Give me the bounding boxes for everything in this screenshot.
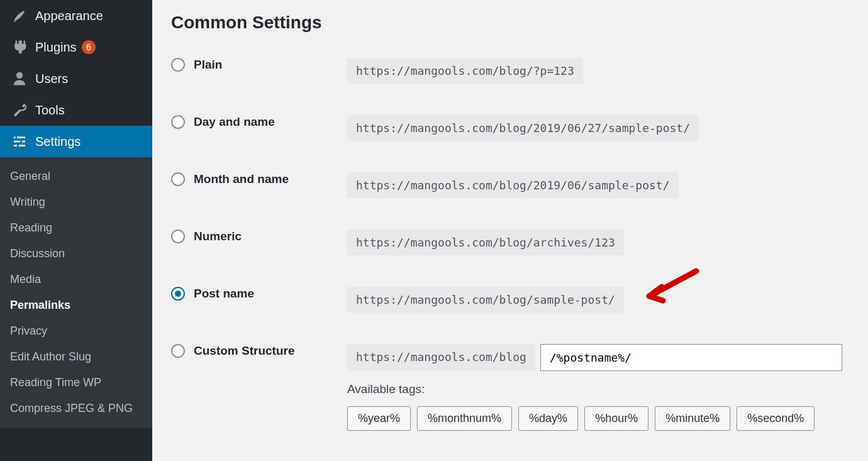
plugins-update-badge: 6 [82, 40, 96, 54]
brush-icon [10, 8, 29, 24]
option-label-custom[interactable]: Custom Structure [171, 344, 347, 358]
settings-submenu: General Writing Reading Discussion Media… [0, 157, 152, 428]
tag-minute[interactable]: %minute% [655, 406, 730, 431]
menu-settings[interactable]: Settings [0, 126, 152, 157]
sub-discussion[interactable]: Discussion [0, 241, 152, 267]
option-row-dayname: Day and name https://mangools.com/blog/2… [171, 115, 849, 141]
radio-plain[interactable] [171, 58, 185, 72]
sub-reading[interactable]: Reading [0, 215, 152, 241]
radio-monthname[interactable] [171, 172, 185, 186]
option-row-custom: Custom Structure https://mangools.com/bl… [171, 344, 849, 431]
url-preview-postname: https://mangools.com/blog/sample-post/ [347, 287, 624, 313]
url-preview-numeric: https://mangools.com/blog/archives/123 [347, 230, 624, 255]
option-row-postname: Post name https://mangools.com/blog/samp… [171, 287, 849, 313]
url-preview-monthname: https://mangools.com/blog/2019/06/sample… [347, 172, 679, 198]
radio-numeric[interactable] [171, 230, 185, 243]
available-tags-label: Available tags: [347, 382, 842, 396]
tag-year[interactable]: %year% [347, 406, 411, 431]
option-text-monthname: Month and name [194, 172, 289, 186]
option-text-custom: Custom Structure [194, 344, 294, 358]
url-preview-dayname: https://mangools.com/blog/2019/06/27/sam… [347, 115, 699, 141]
option-text-plain: Plain [194, 58, 222, 72]
option-row-plain: Plain https://mangools.com/blog/?p=123 [171, 58, 849, 84]
sub-edit-author-slug[interactable]: Edit Author Slug [0, 344, 152, 370]
main-content: Common Settings Plain https://mangools.c… [152, 0, 868, 461]
sub-media[interactable]: Media [0, 267, 152, 292]
user-icon [10, 70, 29, 87]
radio-postname[interactable] [171, 287, 185, 301]
menu-label: Plugins [35, 40, 77, 55]
option-label-monthname[interactable]: Month and name [171, 172, 347, 186]
annotation-arrow-icon [637, 268, 699, 306]
menu-tools[interactable]: Tools [0, 94, 152, 126]
url-preview-plain: https://mangools.com/blog/?p=123 [347, 58, 583, 84]
tag-buttons-row: %year% %monthnum% %day% %hour% %minute% … [347, 406, 842, 431]
menu-plugins[interactable]: Plugins 6 [0, 31, 152, 63]
option-text-dayname: Day and name [194, 115, 275, 129]
option-label-dayname[interactable]: Day and name [171, 115, 347, 129]
sub-general[interactable]: General [0, 164, 152, 189]
wrench-icon [10, 102, 29, 118]
tag-hour[interactable]: %hour% [584, 406, 648, 431]
menu-label: Appearance [35, 9, 103, 23]
sub-privacy[interactable]: Privacy [0, 318, 152, 344]
custom-structure-input[interactable] [540, 344, 842, 371]
option-text-postname: Post name [194, 287, 254, 301]
option-row-numeric: Numeric https://mangools.com/blog/archiv… [171, 230, 849, 255]
page-heading: Common Settings [171, 13, 849, 33]
option-label-plain[interactable]: Plain [171, 58, 347, 72]
sub-permalinks[interactable]: Permalinks [0, 292, 152, 318]
plug-icon [10, 39, 29, 55]
radio-custom[interactable] [171, 344, 185, 358]
tag-monthnum[interactable]: %monthnum% [417, 406, 512, 431]
tag-second[interactable]: %second% [737, 406, 815, 431]
sub-writing[interactable]: Writing [0, 189, 152, 215]
sub-compress-jpeg-png[interactable]: Compress JPEG & PNG [0, 396, 152, 421]
menu-label: Settings [35, 135, 81, 149]
sliders-icon [10, 133, 29, 150]
option-label-postname[interactable]: Post name [171, 287, 347, 301]
sub-reading-time-wp[interactable]: Reading Time WP [0, 370, 152, 396]
tag-day[interactable]: %day% [518, 406, 578, 431]
custom-base-url: https://mangools.com/blog [347, 344, 535, 371]
menu-users[interactable]: Users [0, 63, 152, 94]
option-text-numeric: Numeric [194, 230, 242, 243]
menu-appearance[interactable]: Appearance [0, 0, 152, 31]
option-label-numeric[interactable]: Numeric [171, 230, 347, 243]
admin-sidebar: Appearance Plugins 6 Users Tools Setting… [0, 0, 152, 461]
menu-label: Users [35, 72, 68, 86]
option-row-monthname: Month and name https://mangools.com/blog… [171, 172, 849, 198]
menu-label: Tools [35, 103, 65, 118]
radio-dayname[interactable] [171, 115, 185, 129]
